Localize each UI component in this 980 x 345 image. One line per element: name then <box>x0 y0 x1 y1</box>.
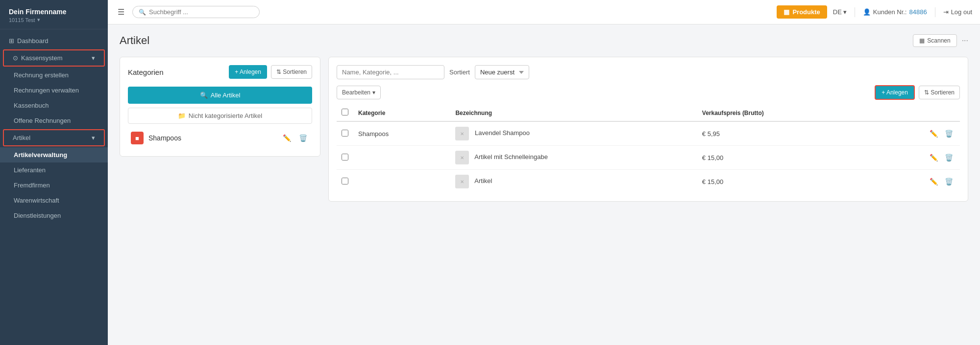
row-actions: ✏️ 🗑️ <box>870 146 960 170</box>
header-actions <box>870 105 960 121</box>
kategorien-anlegen-button[interactable]: + Anlegen <box>229 65 267 79</box>
topbar: ☰ 🔍 ▦ Produkte DE ▾ 👤 Kunden Nr.: 84886 … <box>108 0 980 24</box>
sidebar-item-artikelverwaltung[interactable]: Artikelverwaltung <box>0 147 108 162</box>
header-verkaufspreis: Verkaufspreis (Brutto) <box>697 105 870 121</box>
row-kategorie: Shampoos <box>353 121 450 146</box>
kategorien-header: Kategorien + Anlegen ⇅ Sortieren <box>128 65 312 79</box>
chevron-down-icon: ▾ <box>92 54 95 62</box>
sidebar-brand: Dein Firmenname 10115 Test ▾ <box>0 0 108 29</box>
logout-icon: ⇥ <box>943 8 949 16</box>
sidebar-item-kassenbuch[interactable]: Kassenbuch <box>0 98 108 113</box>
table-toolbar-right: + Anlegen ⇅ Sortieren <box>875 85 960 100</box>
sidebar: Dein Firmenname 10115 Test ▾ ⊞ Dashboard… <box>0 0 108 345</box>
kategorien-title: Kategorien <box>128 68 164 76</box>
sidebar-item-offene-rechnungen[interactable]: Offene Rechnungen <box>0 113 108 128</box>
produkte-button[interactable]: ▦ Produkte <box>777 5 827 19</box>
row-preis: € 15,00 <box>697 170 870 194</box>
sidebar-item-rechnungen-verwalten[interactable]: Rechnungen verwalten <box>0 83 108 98</box>
row-bezeichnung: Artikel mit Schnelleingabe <box>450 146 697 170</box>
chevron-down-icon: ▾ <box>372 89 375 96</box>
logout-button[interactable]: ⇥ Log out <box>943 8 972 16</box>
chevron-down-icon: ▾ <box>37 17 40 23</box>
artikel-anlegen-button[interactable]: + Anlegen <box>875 85 915 100</box>
table-row: Artikel € 15,00 ✏️ 🗑️ <box>337 170 960 194</box>
sort-select[interactable]: Neue zuerst Alte zuerst Name A-Z Name Z-… <box>475 65 529 79</box>
kategorie-name: Shampoos <box>148 134 276 142</box>
page-header: Artikel ▦ Scannen ··· <box>120 34 968 47</box>
row-bezeichnung: Lavendel Shampoo <box>450 121 697 146</box>
panels: Kategorien + Anlegen ⇅ Sortieren 🔍 Alle … <box>120 57 968 202</box>
sidebar-item-rechnung-erstellen[interactable]: Rechnung erstellen <box>0 68 108 83</box>
divider <box>935 7 935 17</box>
sidebar-item-dashboard[interactable]: ⊞ Dashboard <box>0 33 108 48</box>
hamburger-icon[interactable]: ☰ <box>116 5 126 19</box>
folder-icon: 📁 <box>178 112 186 119</box>
sidebar-group-kassensystem[interactable]: ⊙ Kassensystem ▾ <box>3 49 105 67</box>
delete-row-button[interactable]: 🗑️ <box>943 177 955 186</box>
table-row: Shampoos Lavendel Shampoo € 5,95 ✏️ 🗑️ <box>337 121 960 146</box>
search-icon: 🔍 <box>139 9 146 16</box>
row-bezeichnung: Artikel <box>450 170 697 194</box>
chevron-down-icon: ▾ <box>92 134 95 141</box>
kategorien-sortieren-button[interactable]: ⇅ Sortieren <box>271 65 312 79</box>
row-preis: € 5,95 <box>697 121 870 146</box>
edit-kategorie-button[interactable]: ✏️ <box>281 133 293 143</box>
search-box: 🔍 <box>132 6 260 18</box>
sidebar-item-fremdfirmen[interactable]: Fremdfirmen <box>0 178 108 193</box>
sidebar-item-lieferanten[interactable]: Lieferanten <box>0 162 108 178</box>
page-title: Artikel <box>120 34 149 47</box>
delete-row-button[interactable]: 🗑️ <box>943 129 955 138</box>
brand-name: Dein Firmenname <box>9 8 99 16</box>
nicht-kategorisiert-button[interactable]: 📁 Nicht kategorisierte Artikel <box>128 108 312 124</box>
row-checkbox[interactable] <box>342 130 348 137</box>
edit-row-button[interactable]: ✏️ <box>928 129 940 138</box>
row-checkbox[interactable] <box>342 154 348 161</box>
edit-row-button[interactable]: ✏️ <box>928 153 940 162</box>
header-bezeichnung: Bezeichnung <box>450 105 697 121</box>
page-actions: ▦ Scannen ··· <box>913 34 968 47</box>
artikel-table: Kategorie Bezeichnung Verkaufspreis (Bru… <box>337 105 960 193</box>
row-checkbox-cell <box>337 146 353 170</box>
sidebar-item-warenwirtschaft[interactable]: Warenwirtschaft <box>0 193 108 208</box>
row-preis: € 15,00 <box>697 146 870 170</box>
kassensystem-icon: ⊙ <box>13 54 18 62</box>
kategorie-item-actions: ✏️ 🗑️ <box>281 133 309 143</box>
delete-kategorie-button[interactable]: 🗑️ <box>297 133 309 143</box>
sidebar-item-dienstleistungen[interactable]: Dienstleistungen <box>0 208 108 223</box>
delete-row-button[interactable]: 🗑️ <box>943 153 955 162</box>
sidebar-group-artikel[interactable]: Artikel ▾ <box>3 129 105 146</box>
row-kategorie <box>353 170 450 194</box>
kunden-number[interactable]: 84886 <box>909 8 927 16</box>
chevron-down-icon: ▾ <box>843 8 847 16</box>
user-icon: 👤 <box>863 8 871 16</box>
language-selector[interactable]: DE ▾ <box>833 8 847 16</box>
table-header-row: Kategorie Bezeichnung Verkaufspreis (Bru… <box>337 105 960 121</box>
edit-row-button[interactable]: ✏️ <box>928 177 940 186</box>
sortiert-label: Sortiert <box>449 69 470 76</box>
search-input[interactable] <box>149 8 247 16</box>
main-content: ☰ 🔍 ▦ Produkte DE ▾ 👤 Kunden Nr.: 84886 … <box>108 0 980 345</box>
kategorie-color-icon: ■ <box>131 132 144 144</box>
row-kategorie <box>353 146 450 170</box>
artikel-sortieren-button[interactable]: ⇅ Sortieren <box>919 86 960 99</box>
more-options-button[interactable]: ··· <box>962 36 968 45</box>
scan-button[interactable]: ▦ Scannen <box>913 34 956 47</box>
search-icon: 🔍 <box>200 92 208 99</box>
row-actions: ✏️ 🗑️ <box>870 121 960 146</box>
header-checkbox-cell <box>337 105 353 121</box>
artikel-image <box>455 151 469 164</box>
alle-artikel-button[interactable]: 🔍 Alle Artikel <box>128 87 312 104</box>
kategorie-item: ■ Shampoos ✏️ 🗑️ <box>128 128 312 148</box>
artikel-search-input[interactable] <box>337 65 444 79</box>
select-all-checkbox[interactable] <box>342 109 348 115</box>
bearbeiten-button[interactable]: Bearbeiten ▾ <box>337 86 381 99</box>
kategorien-panel: Kategorien + Anlegen ⇅ Sortieren 🔍 Alle … <box>120 57 320 157</box>
brand-sub: 10115 Test ▾ <box>9 17 99 23</box>
sidebar-nav: ⊞ Dashboard ⊙ Kassensystem ▾ Rechnung er… <box>0 29 108 227</box>
artikel-list-panel: Sortiert Neue zuerst Alte zuerst Name A-… <box>328 57 968 202</box>
row-checkbox[interactable] <box>342 178 348 184</box>
header-kategorie: Kategorie <box>353 105 450 121</box>
kategorien-actions: + Anlegen ⇅ Sortieren <box>229 65 312 79</box>
table-toolbar: Bearbeiten ▾ + Anlegen ⇅ Sortieren <box>337 85 960 100</box>
artikel-image <box>455 127 469 140</box>
